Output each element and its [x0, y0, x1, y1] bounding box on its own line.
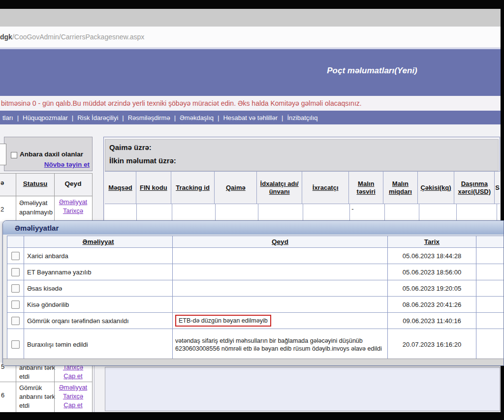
cell	[457, 204, 497, 221]
status-value-line2: aparılmayıb	[19, 209, 53, 216]
cut-off-input[interactable]	[0, 144, 6, 165]
divider	[16, 173, 16, 221]
divider	[54, 362, 55, 412]
row-checkbox[interactable]	[11, 300, 20, 309]
dialog-title-bar[interactable]: Əməliyyatlar	[3, 221, 504, 235]
row-checkbox[interactable]	[11, 252, 20, 260]
url-host-fragment: dgk	[0, 33, 12, 41]
cap-et-link[interactable]: Çap et	[54, 401, 92, 409]
cell-date: 05.06.2023 19:20:05	[388, 280, 476, 296]
bottom-letterbox	[0, 412, 504, 420]
cell-select	[7, 280, 24, 296]
cell-note	[173, 264, 388, 280]
license-warning-text: bitməsinə 0 - gün qalıb.Bu müddət ərzind…	[0, 96, 504, 111]
col-emeliyyat[interactable]: Əməliyyat	[24, 236, 173, 247]
cell-note: ETB-də düzgün bəyan edilməyib	[173, 313, 388, 329]
divider	[54, 173, 55, 221]
divider	[94, 362, 94, 412]
address-bar[interactable]: dgk/CooGovAdmin/CarriersPackagesnew.aspx	[0, 27, 504, 48]
cell	[497, 204, 500, 221]
row-checkbox[interactable]	[11, 340, 20, 349]
col-malin-miqdari[interactable]: Malın miqdarı	[383, 172, 418, 204]
cell-extra	[476, 329, 504, 360]
row-checkbox[interactable]	[11, 317, 20, 325]
col-dasinma-xerci[interactable]: Daşınma xərci(USD)	[454, 172, 495, 204]
menu-item-emekdasliq[interactable]: Əməkdaşlıq	[180, 114, 214, 121]
menu-item-inzibatciliq[interactable]: İnzibatçılıq	[287, 114, 317, 121]
page-title: Poçt məlumatları(Yeni)	[239, 66, 504, 76]
cell-operation: ET Bəyannamə yazılıb	[24, 264, 173, 280]
anbara-daxil-checkbox[interactable]	[11, 152, 17, 158]
col-cekisi[interactable]: Çəkisi(kq)	[418, 172, 454, 204]
cell-operation: Buraxılışı təmin edildi	[24, 329, 173, 360]
col-label: Qeyd	[272, 238, 288, 246]
anbara-daxil-label: Anbara daxil olanlar	[20, 150, 92, 158]
emeliyyat-link[interactable]: Əməliyyat	[54, 198, 92, 206]
col-label: İdxalatçı adı/ ünvanı	[257, 180, 301, 196]
screenshot-root: { "browser": { "url_bold": "dgk", "url_r…	[0, 0, 504, 420]
select-column-header	[7, 236, 24, 247]
col-tracking-id[interactable]: Tracking id	[171, 172, 215, 204]
browser-toolbar	[0, 9, 504, 27]
cell-note	[173, 297, 388, 312]
cap-et-link[interactable]: Çap et	[54, 372, 92, 380]
menu-item-risk-idareciliyi[interactable]: Risk İdarəçiliyi	[77, 114, 118, 121]
operation-row: Gömrük orqanı tərəfindən saxlanıldı ETB-…	[7, 313, 504, 329]
col-tarix[interactable]: Tarix	[388, 236, 476, 247]
menu-separator: |	[174, 114, 176, 121]
cell-extra	[476, 280, 504, 296]
main-table-header-row: Məqsəd FIN kodu Tracking id Qaimə İdxala…	[105, 171, 500, 204]
status-value-line3: etdi	[19, 402, 30, 409]
menu-separator: |	[122, 114, 124, 121]
cell-select	[7, 313, 24, 329]
cell-operation: Kisə göndərilib	[24, 297, 173, 312]
row-checkbox[interactable]	[11, 284, 20, 293]
divider	[0, 382, 93, 382]
col-label: FIN kodu	[140, 184, 167, 192]
status-value-line2: etdi	[19, 373, 30, 380]
col-qeyd[interactable]: Qeyd	[173, 236, 388, 247]
col-malin-tesviri[interactable]: Malın təsviri	[349, 172, 383, 204]
novbe-teyin-et-link[interactable]: Növbə təyin et	[29, 161, 90, 168]
tarixce-link[interactable]: Tarixçə	[54, 392, 92, 400]
cell-note: vətəndaş sifariş etdiyi məhsulların bir …	[173, 329, 388, 360]
cell	[419, 204, 456, 221]
menu-item-hesabat[interactable]: Hesabat və təhlillər	[223, 114, 278, 121]
cell-note	[173, 248, 388, 264]
col-label: Malın təsviri	[349, 180, 382, 196]
emeliyyat-link[interactable]: Əməliyyat	[54, 384, 92, 391]
operation-row: Kisə göndərilib 08.06.2023 20:41:26	[7, 297, 504, 313]
operations-table: Əməliyyat Qeyd Tarix Xarici anbarda 05.0…	[7, 236, 504, 360]
tarixce-link[interactable]: Tarixçə	[54, 207, 92, 214]
menu-item-huquqpozmalar[interactable]: Hüquqpozmalar	[23, 114, 68, 121]
col-label: Malın miqdarı	[384, 180, 417, 196]
col-idxalatci[interactable]: İdxalatçı adı/ ünvanı	[257, 172, 302, 204]
sidebar-col-statusu[interactable]: Statusu	[16, 180, 54, 187]
red-highlight-annotation: ETB-də düzgün bəyan edilməyib	[175, 315, 271, 327]
emeliyyatlar-dialog: Əməliyyatlar Əməliyyat Qeyd Tarix Xarici…	[2, 220, 504, 366]
menu-item-resmilesdirme[interactable]: Rəsmiləşdirmə	[128, 114, 170, 121]
col-meqsed[interactable]: Məqsəd	[105, 172, 136, 204]
cut-column-header-fragment: ə	[0, 179, 4, 186]
cell-note	[173, 280, 388, 296]
ilkin-melumat-title: İlkin məlumat üzrə:	[109, 156, 176, 165]
col-label: Tracking id	[176, 184, 210, 192]
row-checkbox[interactable]	[11, 268, 20, 276]
cell-operation: Əsas kisədə	[24, 280, 173, 296]
operation-row: Buraxılışı təmin edildi vətəndaş sifariş…	[7, 329, 504, 360]
cut-off-column	[476, 236, 504, 247]
operations-header-row: Əməliyyat Qeyd Tarix	[7, 236, 504, 248]
col-qaime[interactable]: Qaimə	[215, 172, 257, 204]
url-path: /CooGovAdmin/CarriersPackagesnew.aspx	[12, 33, 144, 41]
top-letterbox	[0, 0, 504, 9]
col-fin-kodu[interactable]: FIN kodu	[136, 172, 171, 204]
cell-date: 08.06.2023 20:41:26	[388, 297, 476, 312]
menu-item-cut[interactable]: tları	[2, 114, 13, 121]
qaime-uzre-title: Qaimə üzrə:	[109, 143, 152, 151]
row-number-fragment: 6	[1, 391, 4, 399]
cell-date: 05.06.2023 18:56:00	[388, 264, 476, 280]
col-ixracatci[interactable]: İxracatçı	[302, 172, 349, 204]
cell-date: 05.06.2023 18:44:28	[388, 248, 476, 264]
cell	[216, 204, 258, 221]
col-label: Qaimə	[226, 184, 246, 192]
